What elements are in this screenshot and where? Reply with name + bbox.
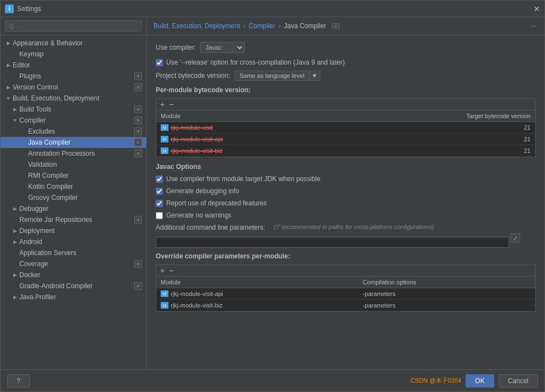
add-module-button[interactable]: +: [158, 100, 166, 108]
sidebar-item-debugger[interactable]: ▶ Debugger: [1, 203, 146, 214]
expand-arrow: ▶: [12, 239, 18, 245]
table-row[interactable]: M rjkj-module-visit-api -parameters: [156, 288, 535, 300]
sidebar-item-appearance[interactable]: ▶ Appearance & Behavior: [1, 38, 146, 49]
settings-badge: ≡: [134, 282, 142, 290]
nav-back-arrow[interactable]: ←: [516, 22, 526, 30]
no-arrow: [12, 250, 18, 256]
module-version: 21: [436, 145, 535, 157]
sidebar-item-label: Java Profiler: [19, 293, 56, 301]
override-options: -parameters: [358, 300, 535, 311]
per-module-label: Per-module bytecode version:: [156, 86, 536, 94]
settings-badge: ≡: [134, 116, 142, 124]
window-title: Settings: [17, 5, 41, 13]
sidebar-item-plugins[interactable]: Plugins ≡: [1, 71, 146, 82]
override-table: + − Module Compilation options: [156, 264, 536, 312]
module-name: rjkj-module-visit: [171, 124, 213, 131]
javac-check-2: Report use of deprecated features: [156, 199, 536, 207]
sidebar-item-kotlin-compiler[interactable]: Kotlin Compiler: [1, 181, 146, 192]
close-button[interactable]: ✕: [533, 4, 540, 13]
breadcrumb-settings-icon[interactable]: ≡: [332, 23, 340, 29]
compiler-select[interactable]: Javac Eclipse Ajc: [200, 42, 245, 53]
breadcrumb-compiler[interactable]: Compiler: [248, 22, 275, 30]
module-icon: M: [161, 124, 168, 131]
sidebar-item-label: Java Compiler: [28, 139, 71, 146]
expand-arrow: ▶: [5, 62, 12, 68]
remove-override-button[interactable]: −: [167, 267, 175, 274]
javac-checkbox-3[interactable]: [156, 212, 163, 219]
per-module-table: + − Module Target bytecode version: [156, 98, 536, 157]
cmd-expand-button[interactable]: ⤢: [510, 233, 520, 242]
additional-params-row: Additional command line parameters: ('/'…: [156, 224, 536, 231]
bytecode-version-value: Same as language level: [235, 71, 309, 81]
javac-checkbox-1[interactable]: [156, 188, 163, 195]
table-header-row: Module Target bytecode version: [156, 110, 535, 122]
sidebar-item-label: Appearance & Behavior: [13, 39, 83, 47]
table-row[interactable]: M rjkj-module-visit-api 21: [156, 134, 535, 145]
sidebar-item-version-control[interactable]: ▶ Version Control ≡: [1, 82, 146, 93]
nav-forward-arrow[interactable]: →: [528, 22, 538, 30]
sidebar-item-java-compiler[interactable]: Java Compiler ≡: [1, 137, 146, 148]
override-module-name: rjkj-module-visit-biz: [171, 302, 223, 309]
remove-module-button[interactable]: −: [167, 100, 175, 108]
main-panel: Build, Execution, Deployment › Compiler …: [147, 17, 544, 369]
sidebar-item-build-tools[interactable]: ▶ Build Tools ≡: [1, 104, 146, 115]
expand-arrow: ▼: [5, 95, 12, 102]
sidebar-item-rmi-compiler[interactable]: RMI Compiler: [1, 170, 146, 181]
expand-arrow: ▶: [5, 40, 12, 46]
table-row[interactable]: M rjkj-module-visit 21: [156, 122, 535, 134]
table-row[interactable]: M rjkj-module-visit-biz -parameters: [156, 300, 535, 311]
cancel-button[interactable]: Cancel: [499, 374, 538, 388]
table-row[interactable]: M rjkj-module-visit-biz 21: [156, 145, 535, 157]
no-arrow: [12, 73, 18, 80]
sidebar-item-java-profiler[interactable]: ▶ Java Profiler: [1, 292, 146, 303]
sidebar-item-coverage[interactable]: Coverage ≡: [1, 258, 146, 269]
sidebar-item-keymap[interactable]: Keymap: [1, 49, 146, 60]
override-options: -parameters: [358, 288, 535, 300]
additional-params-input[interactable]: [156, 237, 509, 248]
override-options-col: Compilation options: [358, 277, 535, 288]
sidebar-item-deployment[interactable]: ▶ Deployment: [1, 225, 146, 236]
sidebar-item-label: Build, Execution, Deployment: [13, 94, 99, 102]
sidebar-item-compiler[interactable]: ▼ Compiler ≡: [1, 115, 146, 126]
sidebar-item-docker[interactable]: ▶ Docker: [1, 269, 146, 280]
sidebar-item-label: Groovy Compiler: [28, 194, 78, 202]
sidebar-item-excludes[interactable]: Excludes ≡: [1, 126, 146, 137]
release-option-row: Use '--release' option for cross-compila…: [156, 59, 536, 66]
search-input[interactable]: [5, 20, 142, 31]
javac-checkbox-0[interactable]: [156, 176, 163, 183]
per-module-toolbar: + −: [156, 99, 535, 110]
javac-checkbox-2[interactable]: [156, 200, 163, 207]
breadcrumb-build[interactable]: Build, Execution, Deployment: [154, 22, 240, 30]
watermark: CSDN @木子0204: [410, 377, 461, 385]
sidebar-item-annotation-processors[interactable]: Annotation Processors ≡: [1, 148, 146, 159]
ok-button[interactable]: OK: [465, 374, 494, 388]
target-col-header: Target bytecode version: [436, 110, 535, 122]
override-module-cell: M rjkj-module-visit-api: [161, 290, 354, 297]
bytecode-version-label: Project bytecode version:: [156, 72, 230, 80]
add-override-button[interactable]: +: [158, 267, 166, 274]
sidebar-item-gradle-android[interactable]: Gradle-Android Compiler ≡: [1, 280, 146, 292]
sidebar-item-application-servers[interactable]: Application Servers: [1, 247, 146, 258]
sidebar-item-label: Android: [19, 238, 42, 246]
release-checkbox[interactable]: [156, 59, 163, 66]
use-compiler-row: Use compiler: Javac Eclipse Ajc: [156, 42, 536, 53]
sidebar-item-editor[interactable]: ▶ Editor: [1, 60, 146, 71]
javac-check-0: Use compiler from module target JDK when…: [156, 175, 536, 183]
sidebar-item-label: Editor: [13, 61, 30, 69]
footer: ? CSDN @木子0204 OK Cancel: [1, 369, 544, 391]
javac-label-0: Use compiler from module target JDK when…: [166, 175, 320, 183]
expand-arrow: ▶: [12, 294, 18, 300]
sidebar-item-android[interactable]: ▶ Android: [1, 236, 146, 247]
sidebar-item-build-execution[interactable]: ▼ Build, Execution, Deployment: [1, 93, 146, 104]
sidebar-item-groovy-compiler[interactable]: Groovy Compiler: [1, 192, 146, 203]
expand-arrow: ▶: [5, 84, 12, 91]
module-name: rjkj-module-visit-biz: [171, 147, 223, 154]
release-option-label: Use '--release' option for cross-compila…: [166, 59, 345, 66]
sidebar-item-validation[interactable]: Validation: [1, 159, 146, 170]
bytecode-version-dropdown[interactable]: ▼: [309, 71, 320, 81]
sidebar-item-label: Application Servers: [19, 249, 76, 257]
additional-params-hint: ('/' recommended in paths for cross-plat…: [274, 224, 434, 230]
sidebar-item-remote-jar[interactable]: Remote Jar Repositories ≡: [1, 214, 146, 225]
no-arrow: [20, 172, 27, 179]
help-button[interactable]: ?: [7, 374, 30, 388]
